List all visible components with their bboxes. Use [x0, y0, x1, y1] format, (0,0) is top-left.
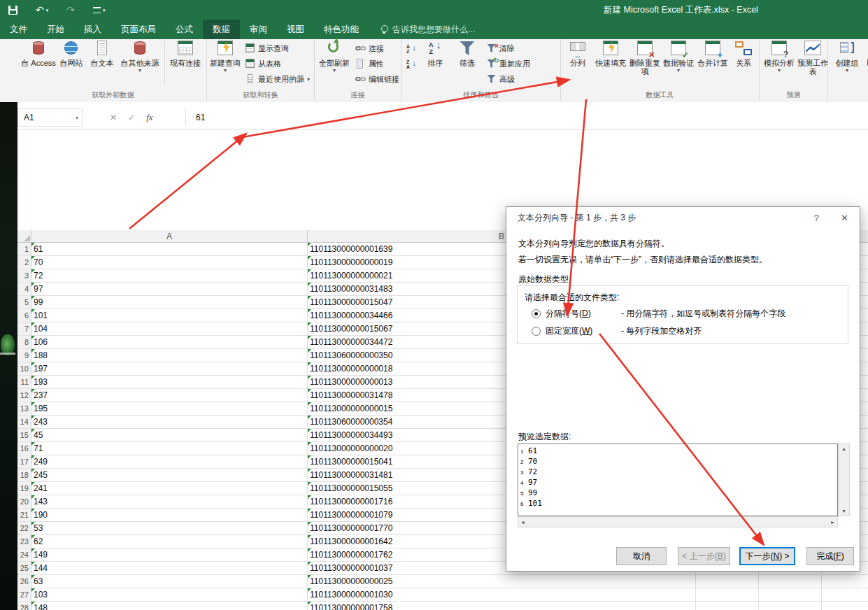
ribbon-button-新建查询[interactable]: 新建查询▾	[208, 40, 242, 87]
ribbon-button-sort-descending[interactable]	[403, 56, 419, 71]
cell-E28[interactable]	[822, 602, 868, 610]
cell-A27[interactable]: 103	[31, 588, 308, 602]
cell-A28[interactable]: 148	[31, 602, 308, 610]
row-header-22[interactable]: 22	[17, 522, 31, 535]
row-header-28[interactable]: 28	[17, 602, 31, 610]
cell-A18[interactable]: 245	[31, 469, 308, 482]
cell-C28[interactable]	[696, 602, 759, 610]
fixed-width-option[interactable]: 固定宽度(W) - 每列字段加空格对齐	[532, 325, 702, 337]
row-header-14[interactable]: 14	[17, 416, 31, 429]
ribbon-tab-审阅[interactable]: 审阅	[240, 20, 277, 39]
ribbon-tab-特色功能[interactable]: 特色功能	[314, 20, 369, 39]
ribbon-tab-文件[interactable]: 文件	[0, 20, 37, 39]
ribbon-button-连接[interactable]: 连接	[353, 41, 402, 56]
ribbon-button-清除[interactable]: 清除	[483, 41, 533, 56]
ribbon-tab-页面布局[interactable]: 页面布局	[111, 20, 166, 39]
undo-button[interactable]: ↶▾	[36, 5, 48, 15]
cell-A10[interactable]: 197	[31, 362, 308, 376]
ribbon-tab-插入[interactable]: 插入	[74, 20, 111, 39]
row-header-8[interactable]: 8	[17, 336, 31, 349]
cancel-formula-button[interactable]: ✕	[110, 113, 117, 122]
cell-D27[interactable]	[759, 588, 822, 602]
cell-A7[interactable]: 104	[31, 322, 308, 336]
close-icon[interactable]: ✕	[841, 213, 848, 223]
cell-A24[interactable]: 149	[31, 548, 308, 562]
ribbon-button-取消组合[interactable]: 取消组合	[865, 40, 868, 87]
row-header-2[interactable]: 2	[17, 256, 31, 269]
row-header-5[interactable]: 5	[17, 296, 31, 309]
delimited-radio[interactable]	[532, 309, 541, 318]
row-header-6[interactable]: 6	[17, 309, 31, 322]
delimited-option[interactable]: 分隔符号(D) - 用分隔字符，如逗号或制表符分隔每个字段	[532, 308, 785, 320]
ribbon-button-自其他来源[interactable]: 自其他来源▾	[118, 40, 162, 87]
cell-A26[interactable]: 63	[31, 575, 308, 588]
row-header-21[interactable]: 21	[17, 509, 31, 522]
ribbon-button-预测工作表[interactable]: 预测工作表	[797, 40, 828, 87]
cell-A4[interactable]: 97	[31, 283, 308, 296]
row-header-25[interactable]: 25	[17, 562, 31, 575]
row-header-9[interactable]: 9	[17, 349, 31, 362]
cell-C26[interactable]	[696, 575, 759, 588]
ribbon-tab-视图[interactable]: 视图	[277, 20, 314, 39]
scroll-up-icon[interactable]: ▲	[841, 444, 846, 453]
cell-A9[interactable]: 188	[31, 349, 308, 362]
cell-A6[interactable]: 101	[31, 309, 308, 322]
ribbon-button-重新应用[interactable]: 重新应用	[483, 56, 533, 71]
ribbon-button-sort-ascending[interactable]	[403, 41, 419, 56]
scroll-down-icon[interactable]: ▼	[841, 506, 846, 516]
ribbon-button-高级[interactable]: 高级	[483, 71, 533, 87]
cell-A2[interactable]: 70	[31, 256, 308, 269]
row-header-19[interactable]: 19	[17, 482, 31, 495]
column-header-A[interactable]: A	[31, 230, 308, 243]
ribbon-button-数据验证[interactable]: 数据验证▾	[662, 40, 695, 87]
tell-me-box[interactable]: 告诉我您想要做什么...	[373, 20, 482, 39]
ribbon-button-创建组[interactable]: 创建组▾	[830, 40, 865, 87]
ribbon-button-显示查询[interactable]: 显示查询	[242, 41, 313, 56]
row-header-10[interactable]: 10	[17, 362, 31, 376]
ribbon-button-筛选[interactable]: 筛选	[451, 40, 483, 87]
ribbon-button-自网站[interactable]: 自网站	[56, 40, 87, 87]
ribbon-button-排序[interactable]: 排序	[419, 40, 451, 87]
ribbon-button-分列[interactable]: 分列	[562, 40, 593, 87]
select-all-corner[interactable]	[17, 230, 31, 243]
row-header-11[interactable]: 11	[17, 376, 31, 389]
insert-function-button[interactable]: fx	[146, 112, 152, 123]
cell-C27[interactable]	[696, 588, 759, 602]
name-box[interactable]: A1 ▾	[17, 108, 83, 127]
cell-A3[interactable]: 72	[31, 269, 308, 283]
undo-dropdown-icon[interactable]: ▾	[46, 8, 49, 13]
help-icon[interactable]: ?	[814, 213, 819, 223]
ribbon-button-最近使用的源[interactable]: 最近使用的源▾	[242, 71, 313, 87]
cell-A23[interactable]: 62	[31, 535, 308, 548]
row-header-20[interactable]: 20	[17, 495, 31, 509]
cell-A22[interactable]: 53	[31, 522, 308, 535]
row-header-12[interactable]: 12	[17, 389, 31, 402]
cell-A20[interactable]: 143	[31, 495, 308, 509]
enter-formula-button[interactable]: ✓	[128, 113, 135, 122]
ribbon-tab-开始[interactable]: 开始	[37, 20, 74, 39]
ribbon-button-模拟分析[interactable]: 模拟分析▾	[761, 40, 797, 87]
scroll-right-icon[interactable]: ►	[830, 518, 835, 527]
row-header-16[interactable]: 16	[17, 442, 31, 455]
cell-A15[interactable]: 45	[31, 429, 308, 442]
cell-D28[interactable]	[759, 602, 822, 610]
row-header-26[interactable]: 26	[17, 575, 31, 588]
cancel-button[interactable]: 取消	[616, 547, 667, 565]
ribbon-button-关系[interactable]: 关系	[730, 40, 757, 87]
cell-A25[interactable]: 144	[31, 562, 308, 575]
scroll-left-icon[interactable]: ◄	[520, 518, 525, 527]
preview-horizontal-scrollbar[interactable]: ◄ ►	[518, 516, 838, 527]
row-header-24[interactable]: 24	[17, 548, 31, 562]
row-header-3[interactable]: 3	[17, 269, 31, 283]
cell-D26[interactable]	[759, 575, 822, 588]
row-header-7[interactable]: 7	[17, 322, 31, 336]
name-box-dropdown-icon[interactable]: ▾	[76, 115, 82, 121]
ribbon-button-属性[interactable]: 属性	[353, 56, 402, 71]
ribbon-button-现有连接[interactable]: 现有连接	[167, 40, 204, 87]
formula-input[interactable]: 61	[186, 108, 868, 127]
next-button[interactable]: 下一步(N) >	[739, 547, 795, 565]
row-header-1[interactable]: 1	[17, 243, 31, 256]
cell-A13[interactable]: 195	[31, 402, 308, 416]
ribbon-button-快速填充[interactable]: 快速填充	[593, 40, 628, 87]
row-header-4[interactable]: 4	[17, 283, 31, 296]
